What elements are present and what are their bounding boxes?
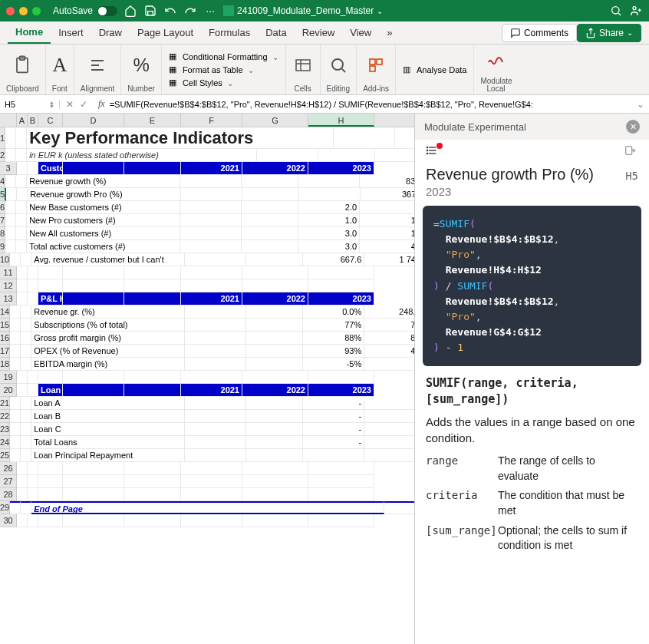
- share-icon[interactable]: [629, 4, 643, 18]
- cell[interactable]: [298, 175, 360, 188]
- cell[interactable]: [21, 449, 31, 462]
- cell[interactable]: [308, 371, 374, 384]
- cell[interactable]: [16, 149, 27, 162]
- cell[interactable]: 2022: [242, 292, 308, 305]
- cell[interactable]: [38, 279, 63, 292]
- cell[interactable]: 2021: [181, 384, 242, 397]
- cell[interactable]: 3.0: [298, 240, 360, 253]
- cell[interactable]: 2022: [242, 384, 308, 397]
- minimize-window[interactable]: [19, 7, 28, 15]
- row-header[interactable]: 27: [0, 475, 17, 488]
- cell[interactable]: 0%: [364, 358, 414, 371]
- cell[interactable]: [10, 332, 21, 345]
- cell[interactable]: [246, 345, 303, 358]
- cell[interactable]: [38, 475, 63, 488]
- cell[interactable]: [180, 175, 242, 188]
- cell[interactable]: [28, 462, 38, 475]
- cell[interactable]: [124, 292, 181, 305]
- cell[interactable]: 367%: [361, 188, 414, 201]
- panel-list-icon[interactable]: [424, 144, 441, 158]
- cell[interactable]: [5, 227, 16, 240]
- row-header[interactable]: 1: [0, 127, 5, 149]
- cell[interactable]: [242, 462, 308, 475]
- comments-button[interactable]: Comments: [502, 24, 577, 42]
- row-header[interactable]: 18: [0, 358, 10, 371]
- cell[interactable]: [246, 397, 303, 410]
- maximize-window[interactable]: [32, 7, 41, 15]
- cell[interactable]: [246, 332, 303, 345]
- cell[interactable]: 1.0: [360, 227, 414, 240]
- cell[interactable]: 83%: [360, 175, 414, 188]
- col-header-F[interactable]: F: [181, 114, 242, 127]
- tab-page-layout[interactable]: Page Layout: [130, 22, 201, 43]
- cell[interactable]: [21, 332, 31, 345]
- cell[interactable]: -: [303, 423, 364, 436]
- cell[interactable]: [17, 266, 28, 279]
- cell[interactable]: [28, 292, 38, 305]
- tab-review[interactable]: Review: [295, 22, 343, 43]
- font-icon[interactable]: A: [52, 46, 67, 84]
- cell[interactable]: 1.0: [298, 214, 360, 227]
- cell[interactable]: [21, 305, 31, 319]
- cell[interactable]: End of Page: [31, 501, 384, 514]
- cell[interactable]: [21, 410, 31, 423]
- cell[interactable]: [63, 488, 124, 501]
- autosave-toggle[interactable]: AutoSave: [53, 5, 117, 16]
- row-header[interactable]: 24: [0, 436, 10, 449]
- tab-view[interactable]: View: [342, 22, 379, 43]
- cell[interactable]: Key Performance Indicators: [27, 127, 334, 149]
- cell[interactable]: [299, 188, 361, 201]
- cell[interactable]: [124, 475, 181, 488]
- fx-icon[interactable]: fx: [94, 98, 110, 110]
- cell[interactable]: [181, 488, 242, 501]
- cell[interactable]: [364, 449, 414, 462]
- cell[interactable]: OPEX (% of Revenue): [31, 345, 185, 358]
- cell[interactable]: New Base customers (#): [27, 201, 180, 214]
- format-as-table[interactable]: ▦Format as Table: [166, 64, 281, 76]
- cell[interactable]: [16, 175, 27, 188]
- undo-icon[interactable]: [163, 4, 177, 18]
- cell[interactable]: [246, 449, 303, 462]
- cell[interactable]: [185, 332, 246, 345]
- cell[interactable]: [38, 488, 63, 501]
- cell[interactable]: [10, 305, 21, 319]
- cell[interactable]: [5, 175, 16, 188]
- col-header-D[interactable]: D: [63, 114, 124, 127]
- cell[interactable]: [181, 514, 242, 527]
- col-header-E[interactable]: E: [124, 114, 181, 127]
- cell[interactable]: [28, 384, 38, 397]
- cell[interactable]: 2.0: [298, 201, 360, 214]
- cell[interactable]: [5, 240, 16, 253]
- cell[interactable]: 77%: [303, 319, 364, 332]
- cell[interactable]: [181, 279, 242, 292]
- cell[interactable]: 2023: [308, 292, 374, 305]
- cell[interactable]: [63, 279, 124, 292]
- cell[interactable]: 93%: [303, 345, 364, 358]
- cell[interactable]: P&L KPIs: [38, 292, 63, 305]
- cell[interactable]: [124, 162, 181, 175]
- clipboard-group[interactable]: Clipboard: [0, 45, 46, 94]
- more-icon[interactable]: ···: [203, 4, 217, 18]
- cell[interactable]: [318, 149, 375, 162]
- paste-icon[interactable]: [12, 46, 33, 84]
- cell[interactable]: -: [360, 201, 414, 214]
- row-header[interactable]: 2: [0, 149, 5, 162]
- cancel-icon[interactable]: ✕: [66, 99, 74, 110]
- row-header[interactable]: 13: [0, 292, 17, 305]
- percent-icon[interactable]: %: [133, 46, 149, 84]
- row-header[interactable]: 15: [0, 319, 10, 332]
- row-header[interactable]: 23: [0, 423, 10, 436]
- row-header[interactable]: 25: [0, 449, 10, 462]
- row-header[interactable]: 14: [0, 305, 10, 319]
- cell[interactable]: 2023: [308, 384, 374, 397]
- cell[interactable]: Avg. revenue / customer but I can't: [31, 253, 185, 266]
- cell[interactable]: [10, 253, 21, 266]
- cell[interactable]: [17, 488, 28, 501]
- cell[interactable]: [17, 162, 28, 175]
- cell[interactable]: Total active customers (#): [27, 240, 180, 253]
- cell[interactable]: [181, 371, 242, 384]
- alignment-icon[interactable]: [87, 46, 108, 84]
- row-header[interactable]: 8: [0, 227, 5, 240]
- cell[interactable]: [246, 423, 303, 436]
- cell[interactable]: [180, 201, 242, 214]
